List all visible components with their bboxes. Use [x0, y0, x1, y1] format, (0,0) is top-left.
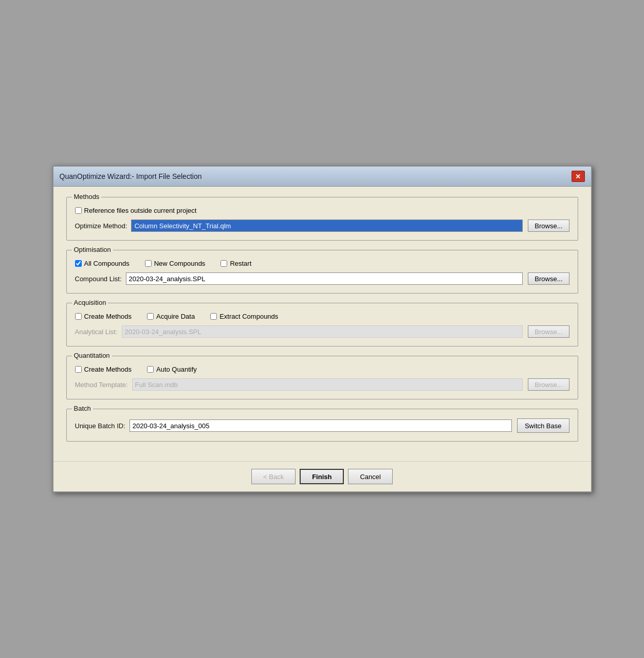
- quantitation-checkboxes-row: Create Methods Auto Quantify: [75, 365, 569, 373]
- back-button[interactable]: < Back: [251, 469, 296, 484]
- extract-compounds-checkbox-label[interactable]: Extract Compounds: [210, 313, 278, 320]
- acquisition-content: Create Methods Acquire Data Extract Comp…: [75, 309, 569, 338]
- unique-batch-id-input[interactable]: [130, 419, 512, 432]
- restart-checkbox-label[interactable]: Restart: [220, 260, 251, 267]
- close-button[interactable]: ✕: [572, 171, 585, 182]
- compound-list-input[interactable]: [126, 272, 523, 285]
- optimize-method-browse-button[interactable]: Browse...: [528, 220, 569, 232]
- finish-button[interactable]: Finish: [300, 469, 344, 484]
- methods-content: Reference files outside current project …: [75, 204, 569, 232]
- new-compounds-label: New Compounds: [154, 260, 206, 267]
- optimisation-section: Optimisation All Compounds New Compounds…: [66, 250, 578, 294]
- quantitation-section: Quantitation Create Methods Auto Quantif…: [66, 356, 578, 399]
- dialog-body: Methods Reference files outside current …: [53, 187, 591, 461]
- methods-legend: Methods: [72, 193, 102, 200]
- extract-compounds-checkbox[interactable]: [210, 313, 217, 320]
- ref-outside-label: Reference files outside current project: [84, 207, 197, 214]
- acquire-data-checkbox[interactable]: [147, 313, 154, 320]
- dialog-footer: < Back Finish Cancel: [53, 461, 591, 491]
- new-compounds-checkbox-label[interactable]: New Compounds: [145, 260, 206, 267]
- quant-create-methods-checkbox[interactable]: [75, 366, 82, 373]
- method-template-row: Method Template: Browse...: [75, 378, 569, 391]
- all-compounds-checkbox-label[interactable]: All Compounds: [75, 260, 130, 267]
- method-template-label: Method Template:: [75, 381, 128, 389]
- acq-create-methods-label: Create Methods: [84, 313, 132, 320]
- cancel-button[interactable]: Cancel: [348, 469, 392, 484]
- analytical-list-label: Analytical List:: [75, 328, 118, 336]
- restart-checkbox[interactable]: [220, 260, 227, 267]
- methods-section: Methods Reference files outside current …: [66, 197, 578, 241]
- quantitation-content: Create Methods Auto Quantify Method Temp…: [75, 362, 569, 391]
- optimize-method-input[interactable]: [131, 220, 523, 232]
- acquisition-section: Acquisition Create Methods Acquire Data …: [66, 303, 578, 346]
- unique-batch-id-label: Unique Batch ID:: [75, 422, 125, 430]
- all-compounds-checkbox[interactable]: [75, 260, 82, 267]
- extract-compounds-label: Extract Compounds: [219, 313, 278, 320]
- dialog-window: QuanOptimize Wizard:- Import File Select…: [52, 166, 592, 492]
- quantitation-legend: Quantitation: [72, 352, 112, 359]
- acq-create-methods-checkbox[interactable]: [75, 313, 82, 320]
- ref-outside-checkbox-label[interactable]: Reference files outside current project: [75, 207, 197, 214]
- batch-section: Batch Unique Batch ID: Switch Base: [66, 409, 578, 442]
- acquisition-legend: Acquisition: [72, 299, 108, 306]
- acq-create-methods-checkbox-label[interactable]: Create Methods: [75, 313, 132, 320]
- dialog-title: QuanOptimize Wizard:- Import File Select…: [60, 172, 202, 180]
- batch-content: Unique Batch ID: Switch Base: [75, 415, 569, 433]
- analytical-list-browse-button: Browse...: [528, 325, 569, 338]
- compound-list-row: Compound List: Browse...: [75, 272, 569, 285]
- optimisation-legend: Optimisation: [72, 246, 113, 253]
- compound-list-label: Compound List:: [75, 275, 122, 283]
- optimisation-content: All Compounds New Compounds Restart Comp…: [75, 257, 569, 285]
- quant-create-methods-label: Create Methods: [84, 365, 132, 373]
- acquire-data-label: Acquire Data: [156, 313, 195, 320]
- analytical-list-input: [122, 325, 523, 338]
- batch-legend: Batch: [72, 405, 93, 412]
- method-template-input: [132, 378, 523, 391]
- ref-outside-checkbox[interactable]: [75, 207, 82, 214]
- restart-label: Restart: [230, 260, 251, 267]
- switch-base-button[interactable]: Switch Base: [517, 418, 569, 433]
- acquisition-checkboxes-row: Create Methods Acquire Data Extract Comp…: [75, 313, 569, 320]
- auto-quantify-checkbox[interactable]: [147, 366, 154, 373]
- auto-quantify-checkbox-label[interactable]: Auto Quantify: [147, 365, 197, 373]
- optimisation-checkboxes-row: All Compounds New Compounds Restart: [75, 260, 569, 267]
- compound-list-browse-button[interactable]: Browse...: [528, 272, 569, 285]
- optimize-method-row: Optimize Method: Browse...: [75, 220, 569, 232]
- analytical-list-row: Analytical List: Browse...: [75, 325, 569, 338]
- all-compounds-label: All Compounds: [84, 260, 130, 267]
- optimize-method-label: Optimize Method:: [75, 222, 127, 230]
- quant-create-methods-checkbox-label[interactable]: Create Methods: [75, 365, 132, 373]
- auto-quantify-label: Auto Quantify: [156, 365, 197, 373]
- acquire-data-checkbox-label[interactable]: Acquire Data: [147, 313, 195, 320]
- unique-batch-id-row: Unique Batch ID: Switch Base: [75, 418, 569, 433]
- title-bar: QuanOptimize Wizard:- Import File Select…: [53, 167, 591, 187]
- ref-outside-row: Reference files outside current project: [75, 207, 569, 214]
- method-template-browse-button: Browse...: [528, 378, 569, 391]
- new-compounds-checkbox[interactable]: [145, 260, 152, 267]
